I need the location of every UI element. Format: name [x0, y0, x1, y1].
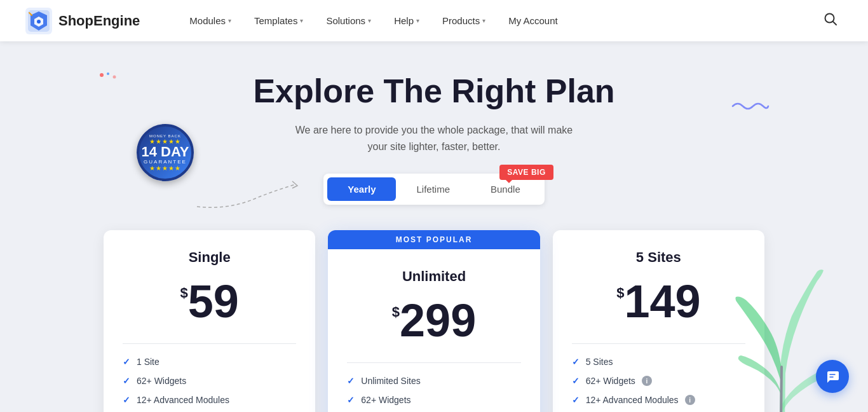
list-item: ✓ 12+ Advanced Modules i — [572, 395, 745, 405]
check-icon: ✓ — [123, 357, 130, 367]
nav-item-products[interactable]: Products ▾ — [431, 0, 497, 41]
money-back-badge: MONEY BACK ★★★★★ 14 DAY GUARANTEE ★★★★★ — [137, 124, 194, 181]
nav-item-modules[interactable]: Modules ▾ — [178, 0, 243, 41]
chevron-down-icon: ▾ — [416, 17, 419, 24]
list-item: ✓ 62+ Widgets i — [572, 376, 745, 386]
check-icon: ✓ — [572, 376, 580, 386]
popular-badge: MOST POPULAR — [328, 230, 539, 249]
save-big-badge: SAVE BIG — [499, 165, 553, 180]
tab-lifetime[interactable]: Lifetime — [396, 177, 470, 201]
nav-item-templates[interactable]: Templates ▾ — [243, 0, 315, 41]
check-icon: ✓ — [572, 357, 580, 367]
hero-section: MONEY BACK ★★★★★ 14 DAY GUARANTEE ★★★★★ … — [0, 41, 868, 412]
deco-dots — [98, 72, 118, 87]
list-item: ✓ 12+ Advanced Modules — [123, 395, 296, 405]
search-button[interactable] — [818, 7, 843, 34]
plan-single-price: $ 59 — [123, 278, 296, 324]
plan-unlimited-body: Unlimited $ 299 ✓ Unlimited Sites ✓ 62+ … — [328, 249, 539, 412]
info-icon[interactable]: i — [685, 395, 695, 405]
svg-point-2 — [37, 20, 41, 24]
hero-subtitle: We are here to provide you the whole pac… — [275, 122, 593, 154]
logo-icon — [25, 8, 52, 34]
pricing-grid: Single $ 59 ✓ 1 Site ✓ 62+ Widgets — [85, 230, 783, 412]
svg-point-6 — [113, 76, 116, 79]
list-item: ✓ 5 Sites — [572, 357, 745, 367]
plan-single-body: Single $ 59 ✓ 1 Site ✓ 62+ Widgets — [104, 230, 315, 412]
plan-5sites-features: ✓ 5 Sites ✓ 62+ Widgets i ✓ 12+ Advanced… — [572, 357, 745, 412]
svg-point-5 — [107, 72, 109, 75]
list-item: ✓ Unlimited Sites — [347, 376, 520, 386]
deco-arrow — [194, 178, 305, 216]
chat-button[interactable] — [816, 360, 849, 393]
chevron-down-icon: ▾ — [228, 17, 231, 24]
chevron-down-icon: ▾ — [368, 17, 371, 24]
check-icon: ✓ — [347, 376, 355, 386]
plan-unlimited-features: ✓ Unlimited Sites ✓ 62+ Widgets ✓ 12+ Ad… — [347, 376, 520, 412]
deco-wave — [731, 99, 770, 117]
nav-item-help[interactable]: Help ▾ — [383, 0, 431, 41]
plan-single-features: ✓ 1 Site ✓ 62+ Widgets ✓ 12+ Advanced Mo… — [123, 357, 296, 412]
svg-point-4 — [100, 73, 104, 77]
nav-item-my-account[interactable]: My Account — [497, 0, 569, 41]
logo-text: ShopEngine — [58, 13, 140, 29]
tab-yearly[interactable]: Yearly — [327, 177, 396, 201]
list-item: ✓ 62+ Widgets — [123, 376, 296, 386]
info-icon[interactable]: i — [642, 376, 652, 386]
plan-unlimited-name: Unlimited — [347, 268, 520, 285]
plan-single: Single $ 59 ✓ 1 Site ✓ 62+ Widgets — [104, 230, 315, 412]
plan-unlimited: MOST POPULAR Unlimited $ 299 ✓ Unlimited… — [328, 230, 539, 412]
search-icon — [824, 12, 837, 26]
chevron-down-icon: ▾ — [482, 17, 485, 24]
plan-single-name: Single — [123, 249, 296, 266]
check-icon: ✓ — [572, 395, 580, 405]
chevron-down-icon: ▾ — [300, 17, 303, 24]
check-icon: ✓ — [123, 395, 130, 405]
chat-icon — [825, 369, 840, 384]
deco-palm — [728, 240, 830, 412]
nav-menu: Modules ▾ Templates ▾ Solutions ▾ Help ▾… — [178, 0, 818, 41]
plan-toggle: SAVE BIG Yearly Lifetime Bundle — [323, 174, 544, 205]
list-item: ✓ 62+ Widgets — [347, 395, 520, 405]
navbar: ShopEngine Modules ▾ Templates ▾ Solutio… — [0, 0, 868, 41]
logo[interactable]: ShopEngine — [25, 8, 140, 34]
plan-unlimited-price: $ 299 — [347, 298, 520, 343]
check-icon: ✓ — [123, 376, 130, 386]
plan-5sites-price: $ 149 — [572, 278, 745, 324]
check-icon: ✓ — [347, 395, 355, 405]
plan-5sites-name: 5 Sites — [572, 249, 745, 266]
list-item: ✓ 1 Site — [123, 357, 296, 367]
nav-item-solutions[interactable]: Solutions ▾ — [315, 0, 383, 41]
page-title: Explore The Right Plan — [25, 73, 843, 109]
